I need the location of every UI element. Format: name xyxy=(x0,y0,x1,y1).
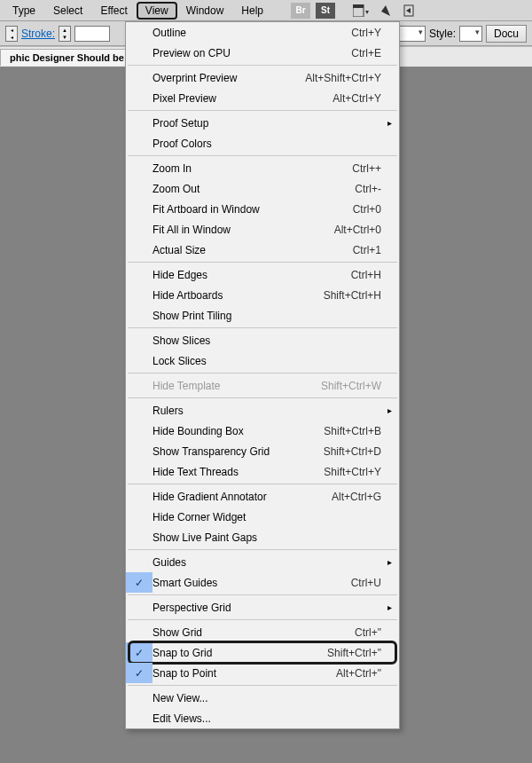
search-icon[interactable] xyxy=(401,3,420,19)
menu-item-snap-to-grid[interactable]: ✓Snap to GridShift+Ctrl+" xyxy=(126,642,399,663)
style-dropdown[interactable] xyxy=(459,26,482,42)
menu-item-label: Show Live Paint Gaps xyxy=(153,531,381,544)
menu-item-guides[interactable]: Guides xyxy=(126,552,399,572)
menu-item-actual-size[interactable]: Actual SizeCtrl+1 xyxy=(126,240,399,260)
menu-item-hide-corner-widget[interactable]: Hide Corner Widget xyxy=(126,507,399,527)
menu-item-shortcut: Ctrl+1 xyxy=(353,244,381,256)
checkmark-icon xyxy=(126,375,153,396)
menu-item-shortcut: Shift+Ctrl+H xyxy=(324,289,381,302)
menu-item-outline[interactable]: OutlineCtrl+Y xyxy=(126,22,399,43)
menu-item-zoom-out[interactable]: Zoom OutCtrl+- xyxy=(126,178,399,199)
menu-separator xyxy=(128,549,397,550)
menubar: Type Select Effect View Window Help Br S… xyxy=(0,0,532,21)
menu-item-label: Overprint Preview xyxy=(153,72,305,84)
checkmark-icon xyxy=(126,507,153,527)
menu-item-overprint-preview[interactable]: Overprint PreviewAlt+Shift+Ctrl+Y xyxy=(126,67,399,88)
menu-item-label: Edit Views... xyxy=(153,712,381,725)
menu-item-smart-guides[interactable]: ✓Smart GuidesCtrl+U xyxy=(126,572,399,593)
document-setup-button[interactable]: Docu xyxy=(486,25,527,43)
menu-item-edit-views[interactable]: Edit Views... xyxy=(126,708,399,728)
menu-separator xyxy=(128,484,397,484)
menu-item-snap-to-point[interactable]: ✓Snap to PointAlt+Ctrl+" xyxy=(126,663,399,683)
menu-item-shortcut: Shift+Ctrl+Y xyxy=(324,466,381,478)
menu-item-lock-slices[interactable]: Lock Slices xyxy=(126,350,399,371)
menu-item-label: Hide Template xyxy=(153,380,321,392)
arrange-docs-icon[interactable]: ▾ xyxy=(351,3,371,19)
menu-item-label: Outline xyxy=(153,27,351,39)
menu-item-label: Zoom In xyxy=(153,162,352,175)
stroke-weight-field[interactable] xyxy=(74,26,110,42)
svg-text:▾: ▾ xyxy=(365,8,369,16)
checkmark-icon xyxy=(126,219,153,240)
checkmark-icon xyxy=(126,597,153,617)
menu-item-label: Hide Text Threads xyxy=(153,466,324,478)
menu-item-label: Show Grid xyxy=(153,626,355,639)
menu-item-label: Proof Setup xyxy=(153,117,381,130)
menu-item-shortcut: Ctrl+" xyxy=(355,626,381,639)
menu-separator xyxy=(128,619,397,620)
menu-type[interactable]: Type xyxy=(4,2,44,20)
menu-item-label: Preview on CPU xyxy=(153,47,351,59)
checkmark-icon xyxy=(126,527,153,547)
menu-effect[interactable]: Effect xyxy=(91,2,136,20)
checkmark-icon xyxy=(126,43,153,63)
menu-item-label: Rulers xyxy=(153,405,381,417)
menu-separator xyxy=(128,397,397,398)
menu-item-new-view[interactable]: New View... xyxy=(126,688,399,708)
menu-item-show-live-paint-gaps[interactable]: Show Live Paint Gaps xyxy=(126,527,399,547)
menu-separator xyxy=(128,327,397,328)
menu-item-shortcut: Alt+Ctrl+Y xyxy=(332,92,381,105)
checkmark-icon xyxy=(126,350,153,371)
menu-item-fit-all-in-window[interactable]: Fit All in WindowAlt+Ctrl+0 xyxy=(126,219,399,240)
menu-item-shortcut: Ctrl+E xyxy=(351,47,381,59)
stroke-caret-left[interactable]: ◂◂ xyxy=(5,26,18,42)
menu-item-hide-text-threads[interactable]: Hide Text ThreadsShift+Ctrl+Y xyxy=(126,461,399,482)
menu-item-show-grid[interactable]: Show GridCtrl+" xyxy=(126,622,399,642)
menu-help[interactable]: Help xyxy=(232,2,272,20)
menu-item-show-transparency-grid[interactable]: Show Transparency GridShift+Ctrl+D xyxy=(126,441,399,461)
menu-item-show-slices[interactable]: Show Slices xyxy=(126,330,399,350)
checkmark-icon xyxy=(126,133,153,153)
stroke-stepper[interactable]: ▲▼ xyxy=(59,26,71,42)
svg-rect-1 xyxy=(353,4,364,8)
menu-view[interactable]: View xyxy=(137,2,177,20)
menu-item-proof-setup[interactable]: Proof Setup xyxy=(126,113,399,133)
menu-item-label: Hide Bounding Box xyxy=(153,425,324,437)
menu-item-shortcut: Shift+Ctrl+D xyxy=(324,445,381,458)
menu-item-label: Show Slices xyxy=(153,334,381,347)
menu-item-label: Show Print Tiling xyxy=(153,310,381,322)
checkmark-icon xyxy=(126,199,153,219)
menu-item-label: Proof Colors xyxy=(153,138,381,150)
menu-window[interactable]: Window xyxy=(177,2,233,20)
menu-item-shortcut: Shift+Ctrl+B xyxy=(324,425,381,437)
menu-item-fit-artboard-in-window[interactable]: Fit Artboard in WindowCtrl+0 xyxy=(126,199,399,219)
menu-item-preview-on-cpu[interactable]: Preview on CPUCtrl+E xyxy=(126,43,399,63)
menu-item-shortcut: Shift+Ctrl+" xyxy=(327,647,381,659)
menu-item-hide-edges[interactable]: Hide EdgesCtrl+H xyxy=(126,264,399,285)
menu-item-hide-gradient-annotator[interactable]: Hide Gradient AnnotatorAlt+Ctrl+G xyxy=(126,486,399,507)
checkmark-icon xyxy=(126,708,153,728)
menu-item-hide-bounding-box[interactable]: Hide Bounding BoxShift+Ctrl+B xyxy=(126,421,399,441)
checkmark-icon xyxy=(126,421,153,441)
menu-item-proof-colors[interactable]: Proof Colors xyxy=(126,133,399,153)
menu-item-zoom-in[interactable]: Zoom InCtrl++ xyxy=(126,158,399,178)
checkmark-icon xyxy=(126,441,153,461)
menu-item-label: Guides xyxy=(153,556,381,569)
checkmark-icon xyxy=(126,22,153,43)
menu-item-shortcut: Ctrl+Y xyxy=(351,27,381,39)
menu-item-shortcut: Alt+Ctrl+" xyxy=(336,667,381,680)
menu-item-show-print-tiling[interactable]: Show Print Tiling xyxy=(126,305,399,326)
menu-select[interactable]: Select xyxy=(44,2,91,20)
menu-item-label: Smart Guides xyxy=(153,577,351,589)
checkmark-icon xyxy=(126,285,153,305)
menu-item-hide-artboards[interactable]: Hide ArtboardsShift+Ctrl+H xyxy=(126,285,399,305)
gpu-icon[interactable] xyxy=(376,3,395,19)
stroke-label[interactable]: Stroke: xyxy=(21,28,55,40)
checkmark-icon xyxy=(126,461,153,482)
stock-icon[interactable]: St xyxy=(316,3,335,19)
menu-item-rulers[interactable]: Rulers xyxy=(126,400,399,421)
menu-item-label: Pixel Preview xyxy=(153,92,332,105)
menu-item-pixel-preview[interactable]: Pixel PreviewAlt+Ctrl+Y xyxy=(126,88,399,108)
menu-item-perspective-grid[interactable]: Perspective Grid xyxy=(126,597,399,617)
bridge-icon[interactable]: Br xyxy=(291,3,310,19)
